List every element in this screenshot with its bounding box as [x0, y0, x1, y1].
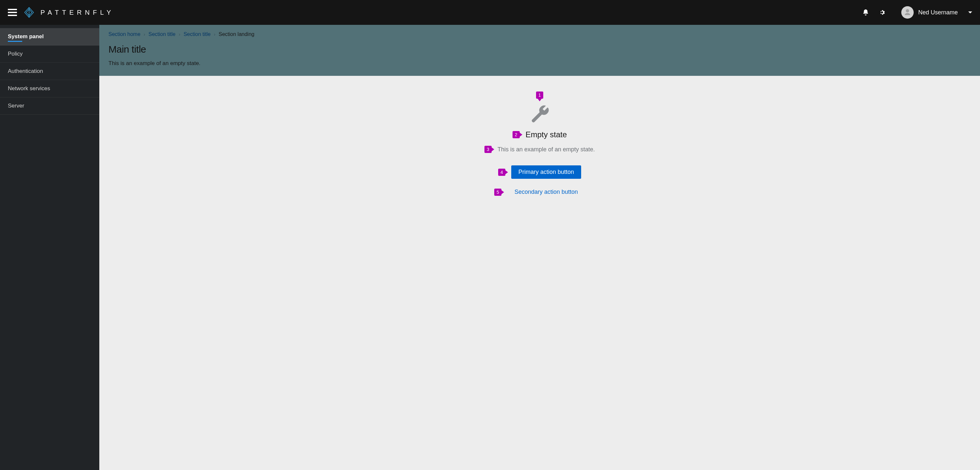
main-content: Section home › Section title › Section t…: [99, 25, 980, 470]
annotation-marker-5: 5: [494, 189, 501, 196]
brand-logo[interactable]: PATTERNFLY: [24, 7, 115, 18]
sidebar-item-label: Network services: [8, 85, 50, 91]
nav-toggle-button[interactable]: [8, 9, 17, 16]
page-subtitle: This is an example of an empty state.: [108, 60, 971, 67]
breadcrumb-link[interactable]: Section home: [108, 31, 140, 37]
chevron-right-icon: ›: [179, 32, 180, 37]
breadcrumb: Section home › Section title › Section t…: [108, 31, 971, 37]
primary-action-button[interactable]: Primary action button: [511, 166, 581, 179]
user-name: Ned Username: [918, 9, 958, 16]
page-title: Main title: [108, 44, 971, 55]
brand-name: PATTERNFLY: [40, 9, 115, 16]
breadcrumb-link[interactable]: Section title: [149, 31, 176, 37]
chevron-right-icon: ›: [214, 32, 216, 37]
user-menu-toggle[interactable]: Ned Username: [895, 6, 972, 19]
header-tools: Ned Username: [862, 6, 972, 19]
sidebar-item-label: Policy: [8, 51, 22, 57]
annotation-marker-4: 4: [498, 169, 505, 176]
sidebar-item-server[interactable]: Server: [0, 97, 99, 115]
settings-gear-icon[interactable]: [878, 9, 886, 16]
secondary-action-button[interactable]: Secondary action button: [508, 185, 585, 199]
empty-state-body: This is an example of an empty state.: [498, 146, 595, 153]
breadcrumb-link[interactable]: Section title: [184, 31, 211, 37]
annotation-marker-3: 3: [484, 146, 492, 153]
page-header: Section home › Section title › Section t…: [99, 25, 980, 76]
sidebar-item-authentication[interactable]: Authentication: [0, 63, 99, 80]
empty-state: 1 2 Empty state 3 This is an example of …: [99, 76, 980, 225]
sidebar-item-label: Authentication: [8, 68, 43, 74]
chevron-right-icon: ›: [144, 32, 145, 37]
wrench-icon: [530, 104, 549, 124]
sidebar-item-system-panel[interactable]: System panel: [0, 28, 99, 45]
avatar-icon: [901, 6, 914, 19]
sidebar-item-policy[interactable]: Policy: [0, 45, 99, 63]
annotation-marker-1: 1: [536, 91, 543, 99]
notifications-icon[interactable]: [862, 9, 869, 16]
caret-down-icon: [968, 11, 972, 13]
sidebar-item-network-services[interactable]: Network services: [0, 80, 99, 97]
global-header: PATTERNFLY Ned Username: [0, 0, 980, 25]
sidebar-item-label: System panel: [8, 33, 44, 40]
sidebar-item-label: Server: [8, 103, 24, 109]
annotation-marker-2: 2: [512, 131, 520, 138]
breadcrumb-current: Section landing: [218, 31, 254, 37]
empty-state-title: Empty state: [526, 130, 567, 139]
patternfly-logo-icon: [24, 7, 35, 18]
sidebar-nav: System panel Policy Authentication Netwo…: [0, 25, 99, 470]
